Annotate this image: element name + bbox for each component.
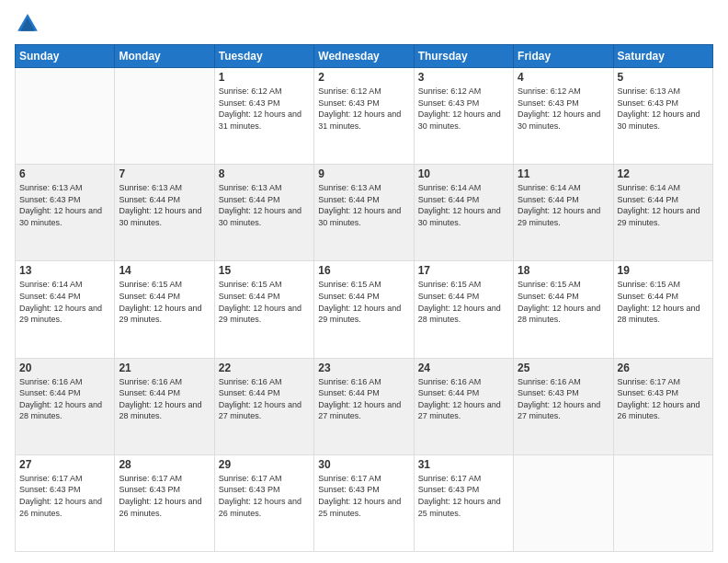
day-info: Sunrise: 6:15 AM Sunset: 6:44 PM Dayligh…	[119, 279, 210, 325]
day-number: 12	[618, 167, 709, 180]
day-info: Sunrise: 6:15 AM Sunset: 6:44 PM Dayligh…	[618, 279, 709, 325]
day-info: Sunrise: 6:15 AM Sunset: 6:44 PM Dayligh…	[318, 279, 409, 325]
day-info: Sunrise: 6:12 AM Sunset: 6:43 PM Dayligh…	[418, 86, 509, 132]
calendar-week-3: 20Sunrise: 6:16 AM Sunset: 6:44 PM Dayli…	[16, 358, 713, 454]
logo-icon	[15, 11, 40, 37]
day-number: 7	[119, 167, 210, 180]
calendar-cell: 21Sunrise: 6:16 AM Sunset: 6:44 PM Dayli…	[115, 358, 214, 454]
calendar-cell	[613, 454, 712, 551]
day-number: 6	[19, 167, 110, 180]
day-number: 22	[219, 362, 310, 374]
day-info: Sunrise: 6:17 AM Sunset: 6:43 PM Dayligh…	[119, 473, 210, 519]
day-info: Sunrise: 6:17 AM Sunset: 6:43 PM Dayligh…	[19, 473, 110, 519]
calendar-cell: 12Sunrise: 6:14 AM Sunset: 6:44 PM Dayli…	[613, 165, 712, 261]
weekday-header-sunday: Sunday	[16, 45, 115, 68]
calendar-cell: 16Sunrise: 6:15 AM Sunset: 6:44 PM Dayli…	[314, 261, 414, 358]
calendar-cell: 7Sunrise: 6:13 AM Sunset: 6:44 PM Daylig…	[115, 165, 214, 261]
calendar-cell: 15Sunrise: 6:15 AM Sunset: 6:44 PM Dayli…	[214, 261, 313, 358]
day-number: 1	[219, 71, 310, 84]
calendar-cell: 18Sunrise: 6:15 AM Sunset: 6:44 PM Dayli…	[514, 261, 613, 358]
calendar-cell: 27Sunrise: 6:17 AM Sunset: 6:43 PM Dayli…	[16, 454, 115, 551]
calendar-table: SundayMondayTuesdayWednesdayThursdayFrid…	[15, 44, 713, 552]
day-info: Sunrise: 6:17 AM Sunset: 6:43 PM Dayligh…	[219, 473, 310, 519]
calendar-body: 1Sunrise: 6:12 AM Sunset: 6:43 PM Daylig…	[16, 68, 713, 552]
day-info: Sunrise: 6:17 AM Sunset: 6:43 PM Dayligh…	[318, 473, 409, 519]
calendar-cell: 4Sunrise: 6:12 AM Sunset: 6:43 PM Daylig…	[514, 68, 613, 165]
day-number: 3	[418, 71, 509, 84]
day-info: Sunrise: 6:16 AM Sunset: 6:44 PM Dayligh…	[219, 376, 310, 422]
day-number: 8	[219, 167, 310, 180]
day-info: Sunrise: 6:14 AM Sunset: 6:44 PM Dayligh…	[418, 182, 509, 228]
day-info: Sunrise: 6:12 AM Sunset: 6:43 PM Dayligh…	[518, 86, 609, 132]
day-info: Sunrise: 6:13 AM Sunset: 6:44 PM Dayligh…	[318, 182, 409, 228]
weekday-header-row: SundayMondayTuesdayWednesdayThursdayFrid…	[16, 45, 713, 68]
weekday-header-tuesday: Tuesday	[214, 45, 313, 68]
day-info: Sunrise: 6:16 AM Sunset: 6:44 PM Dayligh…	[119, 376, 210, 422]
calendar-cell: 24Sunrise: 6:16 AM Sunset: 6:44 PM Dayli…	[414, 358, 513, 454]
day-number: 13	[19, 264, 110, 277]
day-info: Sunrise: 6:16 AM Sunset: 6:44 PM Dayligh…	[318, 376, 409, 422]
calendar-cell: 20Sunrise: 6:16 AM Sunset: 6:44 PM Dayli…	[16, 358, 115, 454]
day-number: 2	[318, 71, 409, 84]
day-info: Sunrise: 6:13 AM Sunset: 6:43 PM Dayligh…	[19, 182, 110, 228]
calendar-week-1: 6Sunrise: 6:13 AM Sunset: 6:43 PM Daylig…	[16, 165, 713, 261]
day-info: Sunrise: 6:13 AM Sunset: 6:43 PM Dayligh…	[618, 86, 709, 132]
weekday-header-friday: Friday	[514, 45, 613, 68]
calendar-cell: 14Sunrise: 6:15 AM Sunset: 6:44 PM Dayli…	[115, 261, 214, 358]
day-number: 21	[119, 362, 210, 374]
calendar-cell: 3Sunrise: 6:12 AM Sunset: 6:43 PM Daylig…	[414, 68, 513, 165]
calendar-week-4: 27Sunrise: 6:17 AM Sunset: 6:43 PM Dayli…	[16, 454, 713, 551]
day-number: 28	[119, 458, 210, 471]
weekday-header-saturday: Saturday	[613, 45, 712, 68]
header	[15, 11, 713, 37]
day-number: 29	[219, 458, 310, 471]
day-info: Sunrise: 6:15 AM Sunset: 6:44 PM Dayligh…	[418, 279, 509, 325]
day-number: 20	[19, 362, 110, 374]
calendar-cell: 30Sunrise: 6:17 AM Sunset: 6:43 PM Dayli…	[314, 454, 414, 551]
calendar-cell: 23Sunrise: 6:16 AM Sunset: 6:44 PM Dayli…	[314, 358, 414, 454]
calendar-cell: 10Sunrise: 6:14 AM Sunset: 6:44 PM Dayli…	[414, 165, 513, 261]
day-info: Sunrise: 6:12 AM Sunset: 6:43 PM Dayligh…	[318, 86, 409, 132]
day-number: 9	[318, 167, 409, 180]
day-number: 23	[318, 362, 409, 374]
day-info: Sunrise: 6:12 AM Sunset: 6:43 PM Dayligh…	[219, 86, 310, 132]
day-number: 10	[418, 167, 509, 180]
calendar-cell: 5Sunrise: 6:13 AM Sunset: 6:43 PM Daylig…	[613, 68, 712, 165]
day-info: Sunrise: 6:16 AM Sunset: 6:44 PM Dayligh…	[418, 376, 509, 422]
day-number: 26	[618, 362, 709, 374]
day-number: 24	[418, 362, 509, 374]
page: SundayMondayTuesdayWednesdayThursdayFrid…	[0, 0, 728, 563]
day-info: Sunrise: 6:15 AM Sunset: 6:44 PM Dayligh…	[518, 279, 609, 325]
day-info: Sunrise: 6:14 AM Sunset: 6:44 PM Dayligh…	[518, 182, 609, 228]
calendar-cell: 8Sunrise: 6:13 AM Sunset: 6:44 PM Daylig…	[214, 165, 313, 261]
calendar-cell: 28Sunrise: 6:17 AM Sunset: 6:43 PM Dayli…	[115, 454, 214, 551]
logo	[15, 11, 44, 37]
day-info: Sunrise: 6:17 AM Sunset: 6:43 PM Dayligh…	[418, 473, 509, 519]
day-number: 16	[318, 264, 409, 277]
weekday-header-wednesday: Wednesday	[314, 45, 414, 68]
day-number: 11	[518, 167, 609, 180]
day-number: 31	[418, 458, 509, 471]
calendar-cell: 17Sunrise: 6:15 AM Sunset: 6:44 PM Dayli…	[414, 261, 513, 358]
day-number: 19	[618, 264, 709, 277]
day-number: 27	[19, 458, 110, 471]
calendar-cell: 25Sunrise: 6:16 AM Sunset: 6:43 PM Dayli…	[514, 358, 613, 454]
day-number: 18	[518, 264, 609, 277]
day-number: 25	[518, 362, 609, 374]
calendar-cell: 11Sunrise: 6:14 AM Sunset: 6:44 PM Dayli…	[514, 165, 613, 261]
day-info: Sunrise: 6:17 AM Sunset: 6:43 PM Dayligh…	[618, 376, 709, 422]
weekday-header-thursday: Thursday	[414, 45, 513, 68]
day-info: Sunrise: 6:14 AM Sunset: 6:44 PM Dayligh…	[618, 182, 709, 228]
day-info: Sunrise: 6:14 AM Sunset: 6:44 PM Dayligh…	[19, 279, 110, 325]
day-number: 5	[618, 71, 709, 84]
calendar-cell	[16, 68, 115, 165]
calendar-cell: 13Sunrise: 6:14 AM Sunset: 6:44 PM Dayli…	[16, 261, 115, 358]
calendar-cell: 1Sunrise: 6:12 AM Sunset: 6:43 PM Daylig…	[214, 68, 313, 165]
calendar-cell: 6Sunrise: 6:13 AM Sunset: 6:43 PM Daylig…	[16, 165, 115, 261]
calendar-cell: 9Sunrise: 6:13 AM Sunset: 6:44 PM Daylig…	[314, 165, 414, 261]
day-info: Sunrise: 6:13 AM Sunset: 6:44 PM Dayligh…	[219, 182, 310, 228]
day-number: 30	[318, 458, 409, 471]
calendar-week-0: 1Sunrise: 6:12 AM Sunset: 6:43 PM Daylig…	[16, 68, 713, 165]
day-info: Sunrise: 6:16 AM Sunset: 6:43 PM Dayligh…	[518, 376, 609, 422]
day-number: 4	[518, 71, 609, 84]
